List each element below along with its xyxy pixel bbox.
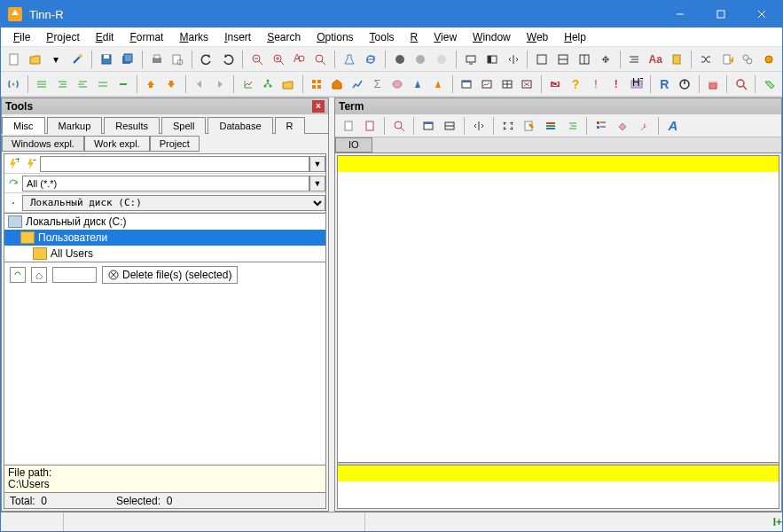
gift-icon[interactable] [704,74,723,94]
zoom-in-icon[interactable] [269,50,288,69]
term-doc-red-icon[interactable] [360,116,380,136]
gear-color-icon[interactable] [759,50,779,69]
tree-node-allusers[interactable]: All Users [4,246,325,262]
term-expand-icon[interactable] [498,116,518,136]
record-gray-icon[interactable] [411,50,430,69]
folder-open-icon[interactable] [279,74,298,94]
menu-format[interactable]: Format [122,29,170,45]
tab-results[interactable]: Results [104,117,160,134]
tab-misc[interactable]: Misc [2,117,45,134]
menu-window[interactable]: Window [466,29,518,45]
next-gray-icon[interactable] [210,74,229,94]
file-list[interactable] [4,286,325,465]
filter-input[interactable] [22,176,309,192]
term-output-area[interactable] [338,172,779,462]
down-orange-icon[interactable] [162,74,181,94]
filter-dropdown[interactable]: ▼ [309,176,325,192]
house-icon[interactable] [328,74,347,94]
tab-spell[interactable]: Spell [161,117,206,134]
broadcast-icon[interactable] [4,74,23,94]
term-input-line-top[interactable] [338,156,779,172]
maximize-button[interactable] [701,1,741,27]
chart-up-icon[interactable] [239,74,257,94]
term-eraser-icon[interactable] [613,116,632,136]
bolt-plus-icon[interactable]: + [4,158,22,170]
monitor-icon[interactable] [461,50,481,69]
redo-icon[interactable] [218,50,238,69]
menu-options[interactable]: Options [309,29,360,45]
term-width-icon[interactable] [469,116,489,136]
flask-icon[interactable] [340,50,359,69]
tree-node-users[interactable]: Пользователи [4,230,325,246]
term-checklist-icon[interactable] [591,116,611,136]
print-preview-icon[interactable] [168,50,188,69]
list-eq-icon[interactable] [93,74,112,94]
marker-orange-icon[interactable] [429,74,448,94]
sigma-icon[interactable]: Σ [368,74,387,94]
power-icon[interactable] [676,74,694,94]
subtab-work-expl[interactable]: Work expl. [84,136,150,152]
window-close-icon[interactable] [518,74,536,94]
term-doc-icon[interactable] [339,116,358,136]
erase-button[interactable] [31,267,47,283]
term-edit-icon[interactable] [520,116,539,136]
save-icon[interactable] [97,50,116,69]
window-grid-icon[interactable] [497,74,516,94]
menu-edit[interactable]: Edit [89,29,121,45]
panel-left-icon[interactable] [482,50,502,69]
prev-gray-icon[interactable] [191,74,209,94]
marker-blue-icon[interactable] [409,74,427,94]
record-dark-icon[interactable] [390,50,410,69]
font-color-icon[interactable]: Aa [646,50,665,69]
save-all-icon[interactable] [118,50,137,69]
tools-close-button[interactable]: × [312,100,325,113]
lines-green-icon[interactable] [33,74,51,94]
print-icon[interactable] [147,50,167,69]
tab-r[interactable]: R [275,117,305,134]
find-text-icon[interactable]: A [290,50,309,69]
refresh-icon[interactable] [361,50,380,69]
tab-markup[interactable]: Markup [47,117,103,134]
term-split-h-icon[interactable] [440,116,459,136]
up-orange-icon[interactable] [142,74,161,94]
term-bottom-area[interactable] [338,481,779,508]
wand-icon[interactable] [67,50,87,69]
html-icon[interactable]: HTML [627,74,646,94]
refresh-small-icon[interactable] [4,178,22,189]
menu-r[interactable]: R [403,29,426,45]
term-input-line-bottom[interactable] [338,466,779,481]
list-minus-icon[interactable] [114,74,132,94]
minimize-button[interactable] [660,1,701,27]
new-file-icon[interactable] [4,50,24,69]
r-logo-icon[interactable]: R [655,74,674,94]
search-icon[interactable] [310,50,330,69]
menu-search[interactable]: Search [260,29,308,45]
drive-select[interactable]: Локальный диск (C:) [22,195,325,211]
outdent-icon[interactable] [73,74,91,94]
term-window-icon[interactable] [419,116,438,136]
gears-icon[interactable] [739,50,758,69]
panel-a-icon[interactable] [532,50,552,69]
indent-green-icon[interactable] [53,74,72,94]
line-chart-icon[interactable] [348,74,366,94]
window-chart-icon[interactable] [477,74,496,94]
subtab-windows-expl[interactable]: Windows expl. [2,136,84,152]
close-button[interactable] [741,1,782,27]
grid-orange-icon[interactable] [308,74,326,94]
term-indent-icon[interactable] [562,116,582,136]
window-icon[interactable] [458,74,476,94]
term-pin-icon[interactable] [634,116,654,136]
menu-marks[interactable]: Marks [172,29,215,45]
menu-file[interactable]: File [6,29,37,45]
menu-project[interactable]: Project [39,29,86,45]
zoom-out-icon[interactable] [247,50,267,69]
doc-star-icon[interactable]: ★ [717,50,737,69]
menu-view[interactable]: View [427,29,464,45]
term-rainbow-icon[interactable] [541,116,560,136]
warn-down-icon[interactable]: ! [587,74,606,94]
term-font-icon[interactable]: A [663,116,683,136]
help-icon[interactable]: ? [567,74,585,94]
palette-icon[interactable] [388,74,407,94]
list-indent-icon[interactable] [625,50,645,69]
file-filter-input[interactable] [52,267,97,283]
